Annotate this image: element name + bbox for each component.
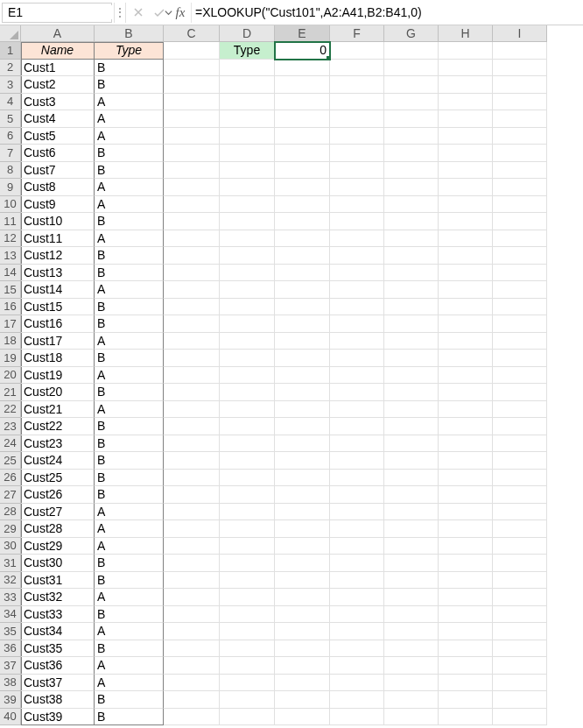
cell[interactable]	[220, 504, 275, 521]
cell[interactable]: B	[95, 435, 164, 453]
cell[interactable]	[220, 709, 275, 726]
cell[interactable]	[220, 623, 275, 640]
cell[interactable]: B	[95, 452, 164, 470]
row-header[interactable]: 4	[0, 94, 21, 111]
cell[interactable]: B	[95, 315, 164, 333]
cell[interactable]	[164, 709, 220, 726]
cell[interactable]: A	[95, 110, 164, 128]
cell[interactable]: B	[95, 418, 164, 435]
cell[interactable]	[384, 623, 439, 640]
cell[interactable]	[275, 640, 330, 658]
cell[interactable]	[439, 333, 493, 350]
cell[interactable]	[330, 572, 384, 590]
cell[interactable]: B	[95, 640, 164, 658]
cell[interactable]	[439, 265, 493, 282]
cell[interactable]	[220, 606, 275, 624]
cell[interactable]	[493, 128, 547, 145]
row-header[interactable]: 2	[0, 60, 21, 77]
cell[interactable]	[275, 675, 330, 692]
cell[interactable]	[164, 401, 220, 419]
cell[interactable]	[330, 401, 384, 419]
cell[interactable]: Cust24	[21, 452, 95, 470]
cell[interactable]	[220, 452, 275, 470]
cell[interactable]	[493, 110, 547, 128]
cell[interactable]	[220, 589, 275, 606]
cell[interactable]	[164, 435, 220, 453]
cell[interactable]	[220, 418, 275, 435]
cell[interactable]	[164, 504, 220, 521]
row-header[interactable]: 38	[0, 675, 21, 692]
cell[interactable]: Cust12	[21, 247, 95, 265]
cell[interactable]: Cust5	[21, 128, 95, 145]
cell[interactable]: Cust13	[21, 265, 95, 282]
cell[interactable]	[439, 42, 493, 60]
cell[interactable]: B	[95, 350, 164, 367]
cell[interactable]	[330, 675, 384, 692]
cell[interactable]: A	[95, 589, 164, 606]
cell[interactable]	[493, 401, 547, 419]
cell[interactable]	[439, 401, 493, 419]
cell[interactable]	[220, 657, 275, 675]
column-header[interactable]: G	[384, 25, 439, 42]
cell[interactable]	[439, 640, 493, 658]
cell[interactable]	[384, 675, 439, 692]
cell[interactable]: Cust36	[21, 657, 95, 675]
cell[interactable]	[493, 350, 547, 367]
cell[interactable]	[439, 555, 493, 572]
cell[interactable]	[275, 435, 330, 453]
cell[interactable]: B	[95, 76, 164, 94]
cell[interactable]	[330, 691, 384, 709]
cell[interactable]	[330, 367, 384, 385]
cell[interactable]	[493, 452, 547, 470]
cell[interactable]	[493, 247, 547, 265]
cell[interactable]	[330, 128, 384, 145]
cell[interactable]	[493, 691, 547, 709]
cell[interactable]	[330, 76, 384, 94]
row-header[interactable]: 23	[0, 418, 21, 435]
cell[interactable]: A	[95, 367, 164, 385]
cell[interactable]	[439, 486, 493, 504]
cell[interactable]	[220, 299, 275, 316]
cell[interactable]	[330, 640, 384, 658]
cell[interactable]	[164, 76, 220, 94]
cell[interactable]: Cust23	[21, 435, 95, 453]
cell[interactable]	[164, 691, 220, 709]
cell[interactable]: B	[95, 709, 164, 726]
cell[interactable]	[164, 623, 220, 640]
row-header[interactable]: 3	[0, 76, 21, 94]
cell[interactable]	[330, 555, 384, 572]
cell[interactable]	[439, 145, 493, 162]
cell[interactable]	[330, 196, 384, 214]
cell[interactable]	[384, 76, 439, 94]
cell[interactable]	[164, 42, 220, 60]
cell[interactable]	[384, 470, 439, 487]
cell[interactable]: Cust37	[21, 675, 95, 692]
row-header[interactable]: 19	[0, 350, 21, 367]
cell[interactable]	[220, 110, 275, 128]
cell[interactable]	[439, 589, 493, 606]
cell[interactable]	[384, 110, 439, 128]
cell[interactable]: Cust27	[21, 504, 95, 521]
cell[interactable]	[384, 640, 439, 658]
cell[interactable]	[493, 230, 547, 248]
cell[interactable]	[330, 162, 384, 180]
cell[interactable]	[220, 435, 275, 453]
cell[interactable]	[493, 315, 547, 333]
cell[interactable]	[493, 623, 547, 640]
cell[interactable]	[439, 520, 493, 538]
cell[interactable]	[493, 486, 547, 504]
cell[interactable]	[493, 675, 547, 692]
cell[interactable]	[330, 452, 384, 470]
row-header[interactable]: 14	[0, 265, 21, 282]
cell[interactable]	[384, 265, 439, 282]
cell[interactable]: A	[95, 401, 164, 419]
cell[interactable]	[164, 265, 220, 282]
cell[interactable]	[220, 555, 275, 572]
cell[interactable]	[275, 520, 330, 538]
cell[interactable]	[164, 162, 220, 180]
cell[interactable]	[493, 435, 547, 453]
cell[interactable]: Cust17	[21, 333, 95, 350]
cell[interactable]	[164, 555, 220, 572]
cell[interactable]	[493, 470, 547, 487]
cell[interactable]	[439, 94, 493, 111]
